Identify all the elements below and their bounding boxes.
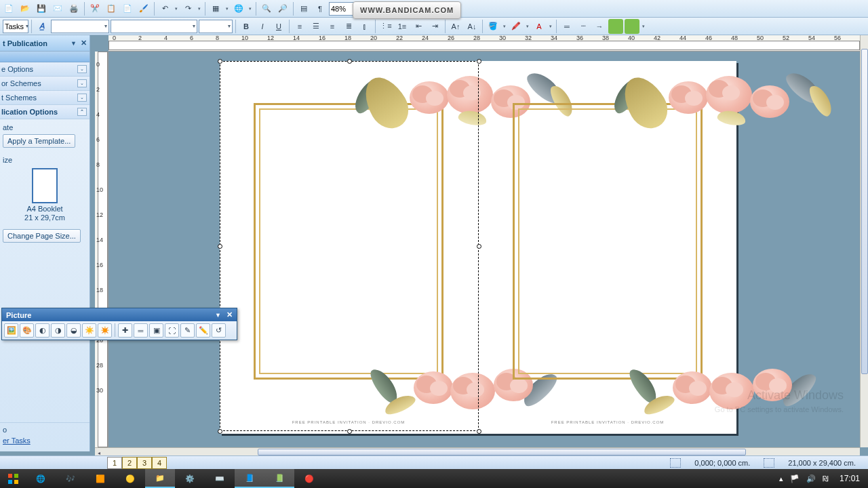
taskpane-header[interactable]: t Publication ▼ ✕ (0, 35, 90, 52)
taskbar-app-chrome[interactable]: 🌐 (26, 469, 56, 488)
outdent-icon[interactable]: ⇤ (411, 19, 426, 34)
text-wrap-icon[interactable]: ▣ (149, 323, 163, 338)
numbering-icon[interactable]: 1≡ (395, 19, 410, 34)
taskbar-app-media[interactable]: 🟧 (85, 469, 115, 488)
resize-handle-s[interactable] (347, 429, 352, 434)
font-color-icon[interactable]: A (532, 19, 547, 34)
close-icon[interactable]: ✕ (226, 310, 233, 319)
save-icon[interactable]: 💾 (34, 1, 49, 16)
section-publication-options[interactable]: lication Options⌃ (0, 105, 90, 119)
web-icon[interactable]: 🌐 (231, 1, 246, 16)
section-color-schemes[interactable]: or Schemes⌄ (0, 77, 90, 91)
undo-icon[interactable]: ↶ (157, 1, 172, 16)
other-tasks-link[interactable]: er Tasks (3, 436, 87, 445)
format-painter-icon[interactable]: 🖌️ (136, 1, 151, 16)
taskbar-app-keyboard[interactable]: ⌨️ (205, 469, 235, 488)
tray-volume-icon[interactable]: 🔊 (806, 474, 816, 483)
redo-dropdown[interactable]: ▾ (197, 6, 202, 12)
start-button[interactable] (0, 469, 26, 488)
tasks-combo[interactable]: Tasks▾ (3, 20, 28, 33)
paste-icon[interactable]: 📄 (120, 1, 135, 16)
underline-icon[interactable]: U (271, 19, 286, 34)
tray-up-icon[interactable]: ▴ (779, 474, 783, 483)
scroll-thumb[interactable] (258, 449, 746, 455)
insert-picture-icon[interactable]: 🖼️ (4, 323, 18, 338)
columns-icon[interactable]: ▤ (296, 1, 311, 16)
change-page-size-button[interactable]: Change Page Size... (3, 229, 81, 243)
redo-icon[interactable]: ↷ (180, 1, 195, 16)
tray-clock[interactable]: 17:01 (835, 474, 864, 483)
toolbar-menu-icon[interactable]: ▼ (215, 312, 221, 319)
arrow-style-icon[interactable]: → (592, 19, 607, 34)
page-tab-4[interactable]: 4 (152, 457, 167, 469)
less-brightness-icon[interactable]: ☀️ (82, 323, 96, 338)
font-size-combo[interactable]: ▾ (199, 20, 233, 33)
resize-handle-w[interactable] (218, 244, 222, 249)
print-icon[interactable]: 🖨️ (66, 1, 81, 16)
less-contrast-icon[interactable]: ◑ (51, 323, 65, 338)
align-center-icon[interactable]: ☰ (309, 19, 323, 34)
resize-handle-se[interactable] (477, 429, 481, 434)
zoom-out-icon[interactable]: 🔍 (259, 1, 274, 16)
tray-flag-icon[interactable]: 🏳️ (790, 474, 800, 483)
close-icon[interactable]: ✕ (81, 39, 87, 47)
highlight-icon[interactable]: 🖍️ (509, 19, 524, 34)
section-page-options[interactable]: e Options⌄ (0, 62, 90, 77)
resize-handle-sw[interactable] (218, 429, 222, 434)
shrink-font-icon[interactable]: A↓ (465, 19, 479, 34)
taskpane-menu-icon[interactable]: ▼ (71, 40, 77, 47)
resize-handle-e[interactable] (477, 244, 481, 249)
taskbar-app-explorer[interactable]: 📁 (145, 469, 175, 488)
zoom-in-icon[interactable]: 🔎 (275, 1, 290, 16)
line-style-icon[interactable]: ═ (559, 19, 574, 34)
more-brightness-icon[interactable]: ◒ (66, 323, 81, 338)
picture-toolbar[interactable]: Picture ▼ ✕ 🖼️ 🎨 ◐ ◑ ◒ ☀️ ✴️ ✚ ═ ▣ ⛶ ✎ ✏… (1, 308, 237, 340)
taskbar-app-recorder[interactable]: 🔴 (294, 469, 324, 488)
vertical-scrollbar[interactable] (860, 35, 868, 447)
style-combo[interactable]: ▾ (51, 20, 109, 33)
horizontal-scrollbar[interactable]: ◂ (95, 447, 860, 455)
apply-template-button[interactable]: Apply a Template... (3, 134, 75, 148)
taskbar-app-word[interactable]: 📘 (235, 469, 264, 488)
taskbar-app-settings[interactable]: ⚙️ (175, 469, 205, 488)
transparent-icon[interactable]: ✎ (180, 323, 195, 338)
compress-icon[interactable]: ✴️ (98, 323, 112, 338)
vertical-ruler[interactable]: 02468101214161824262830 (95, 52, 108, 447)
shadow-style-icon[interactable] (625, 19, 639, 34)
distribute-icon[interactable]: ⫿ (357, 19, 372, 34)
color-icon[interactable]: 🎨 (20, 323, 34, 338)
page-tab-2[interactable]: 2 (122, 457, 137, 469)
resize-handle-ne[interactable] (477, 59, 481, 64)
taskbar-app-notes[interactable]: 🟡 (115, 469, 145, 488)
new-icon[interactable]: 📄 (1, 1, 16, 16)
resize-handle-n[interactable] (347, 59, 352, 64)
bullets-icon[interactable]: ⋮≡ (378, 19, 393, 34)
fill-color-icon[interactable]: 🪣 (486, 19, 500, 34)
cut-icon[interactable]: ✂️ (87, 1, 102, 16)
canvas[interactable]: FREE PRINTABLE INVITATION · DREVIO.COM (108, 52, 860, 447)
picture-toolbar-title[interactable]: Picture ▼ ✕ (2, 308, 237, 321)
page-size-thumbnail[interactable] (32, 168, 58, 203)
bold-icon[interactable]: B (239, 19, 254, 34)
taskbar-app-music[interactable]: 🎶 (56, 469, 85, 488)
insert-icon[interactable]: ▦ (208, 1, 223, 16)
undo-dropdown[interactable]: ▾ (174, 6, 179, 12)
3d-style-icon[interactable] (608, 19, 623, 34)
resize-handle-nw[interactable] (218, 59, 222, 64)
align-right-icon[interactable]: ≡ (325, 19, 340, 34)
copy-icon[interactable]: 📋 (104, 1, 119, 16)
mail-icon[interactable]: ✉️ (50, 1, 65, 16)
more-contrast-icon[interactable]: ◐ (35, 323, 50, 338)
set-transparent-icon[interactable]: ✏️ (196, 323, 210, 338)
styles-icon[interactable]: A̲ (35, 19, 50, 34)
page-tab-1[interactable]: 1 (107, 457, 122, 469)
paragraph-marks-icon[interactable]: ¶ (313, 1, 328, 16)
font-combo[interactable]: ▾ (111, 20, 197, 33)
page-tab-3[interactable]: 3 (137, 457, 152, 469)
italic-icon[interactable]: I (255, 19, 270, 34)
justify-icon[interactable]: ≣ (341, 19, 356, 34)
horizontal-ruler[interactable]: 0246810121416182022242628303234363840424… (108, 35, 860, 52)
format-picture-icon[interactable]: ⛶ (165, 323, 179, 338)
taskbar-app-publisher[interactable]: 📗 (264, 469, 294, 488)
crop-icon[interactable]: ✚ (118, 323, 132, 338)
